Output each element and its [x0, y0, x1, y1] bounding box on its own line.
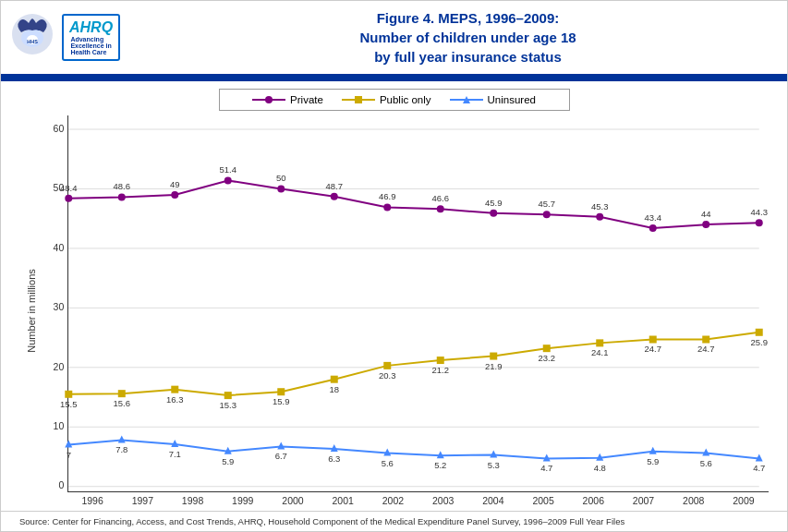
svg-rect-79	[756, 329, 763, 336]
svg-point-6	[265, 96, 273, 103]
svg-text:5.6: 5.6	[382, 458, 394, 468]
svg-text:25.9: 25.9	[750, 337, 767, 347]
svg-text:0: 0	[58, 480, 64, 490]
svg-text:24.1: 24.1	[591, 347, 608, 357]
chart-area: Number in millions 010203040506048.448.6…	[19, 115, 769, 506]
svg-marker-89	[277, 442, 285, 450]
chart-plot: 010203040506048.448.64951.45048.746.946.…	[67, 115, 769, 492]
x-label: 1997	[117, 495, 167, 506]
svg-text:48.6: 48.6	[114, 181, 130, 191]
svg-text:4.8: 4.8	[594, 463, 606, 473]
svg-text:21.2: 21.2	[432, 365, 449, 375]
svg-point-37	[383, 203, 391, 211]
x-label: 2006	[568, 495, 618, 506]
x-label: 2003	[418, 495, 468, 506]
x-label: 2000	[268, 495, 318, 506]
svg-text:15.3: 15.3	[220, 400, 236, 410]
svg-rect-53	[65, 391, 72, 398]
svg-text:5.6: 5.6	[700, 458, 712, 468]
svg-rect-67	[437, 357, 444, 364]
svg-text:4.7: 4.7	[540, 463, 552, 473]
x-label: 2009	[719, 495, 769, 506]
svg-text:HHS: HHS	[27, 39, 38, 44]
legend-item-uninsured: Uninsured	[450, 94, 536, 105]
svg-point-25	[65, 195, 72, 202]
svg-rect-61	[277, 388, 285, 395]
svg-text:16.3: 16.3	[166, 394, 183, 405]
svg-text:20: 20	[54, 362, 65, 372]
svg-text:48.4: 48.4	[60, 183, 77, 193]
svg-rect-69	[490, 353, 497, 360]
svg-point-29	[171, 191, 178, 199]
svg-point-43	[543, 211, 551, 218]
svg-marker-83	[118, 435, 126, 442]
svg-text:6.3: 6.3	[328, 453, 340, 464]
svg-text:50: 50	[276, 173, 286, 183]
svg-rect-71	[543, 345, 551, 352]
x-label: 2007	[618, 495, 668, 506]
svg-point-35	[331, 193, 338, 200]
y-axis-label: Number in millions	[19, 115, 40, 506]
svg-text:44.3: 44.3	[750, 207, 767, 217]
svg-text:7.8: 7.8	[115, 444, 127, 454]
svg-point-33	[277, 185, 285, 192]
svg-text:18: 18	[329, 384, 339, 394]
chart-svg: 010203040506048.448.64951.45048.746.946.…	[68, 115, 769, 491]
svg-rect-75	[649, 336, 657, 344]
svg-text:45.7: 45.7	[539, 199, 555, 209]
svg-text:46.9: 46.9	[379, 191, 395, 201]
svg-marker-97	[490, 451, 497, 458]
svg-rect-77	[702, 336, 709, 344]
x-label: 1998	[167, 495, 217, 506]
x-label: 1996	[67, 495, 117, 506]
svg-text:23.2: 23.2	[539, 353, 555, 363]
svg-rect-8	[355, 96, 362, 103]
svg-text:5.2: 5.2	[434, 460, 446, 470]
svg-text:6.7: 6.7	[275, 452, 287, 462]
svg-text:4.7: 4.7	[753, 463, 765, 473]
svg-text:24.7: 24.7	[645, 344, 661, 354]
x-label: 2005	[518, 495, 568, 506]
svg-text:24.7: 24.7	[697, 344, 714, 354]
svg-text:15.9: 15.9	[273, 396, 289, 406]
svg-rect-59	[224, 392, 232, 399]
svg-point-27	[118, 193, 126, 200]
svg-point-47	[649, 224, 657, 232]
chart-legend: Private Public only Uninsured	[219, 89, 570, 111]
chart-footer: Source: Center for Financing, Access, an…	[1, 511, 787, 531]
svg-text:15.6: 15.6	[114, 398, 130, 408]
x-axis-labels: 1996199719981999200020012002200320042005…	[67, 492, 769, 506]
x-label: 2002	[368, 495, 418, 506]
svg-point-51	[756, 219, 763, 226]
svg-text:30: 30	[54, 302, 65, 312]
ahrq-logo-text: AHRQ	[69, 19, 113, 36]
x-label: 2004	[468, 495, 518, 506]
svg-rect-73	[596, 339, 603, 346]
svg-text:40: 40	[54, 243, 65, 253]
svg-text:5.3: 5.3	[488, 460, 500, 470]
legend-item-private: Private	[252, 94, 323, 105]
svg-point-39	[437, 205, 444, 212]
svg-text:5.9: 5.9	[222, 456, 234, 466]
svg-marker-103	[649, 447, 657, 454]
legend-item-public: Public only	[342, 94, 431, 105]
svg-text:5.9: 5.9	[647, 456, 659, 466]
svg-rect-55	[118, 390, 126, 397]
svg-text:20.3: 20.3	[379, 370, 395, 381]
svg-text:45.3: 45.3	[591, 201, 608, 212]
svg-text:48.7: 48.7	[326, 181, 343, 191]
svg-text:46.6: 46.6	[432, 193, 449, 203]
svg-point-45	[596, 213, 603, 221]
svg-text:60: 60	[54, 124, 65, 134]
svg-text:44: 44	[701, 209, 711, 219]
svg-text:15.5: 15.5	[60, 399, 77, 409]
svg-text:7: 7	[67, 450, 71, 460]
chart-title: Figure 4. MEPS, 1996–2009: Number of chi…	[158, 8, 778, 66]
x-label: 2008	[669, 495, 719, 506]
svg-point-49	[702, 221, 709, 228]
svg-rect-65	[383, 362, 391, 369]
svg-text:21.9: 21.9	[485, 361, 502, 371]
svg-rect-63	[331, 376, 338, 383]
svg-rect-57	[171, 386, 178, 393]
x-label: 1999	[218, 495, 268, 506]
